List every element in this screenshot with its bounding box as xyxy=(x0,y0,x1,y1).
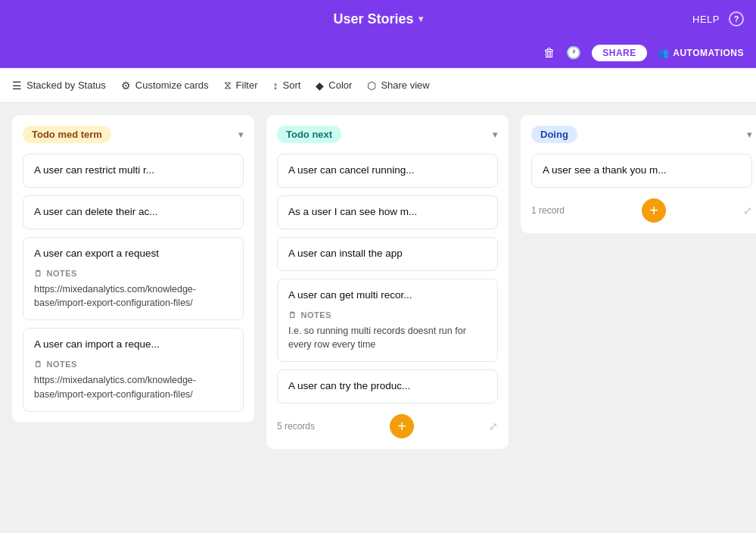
customize-icon: ⚙ xyxy=(121,79,131,92)
automations-label: AUTOMATIONS xyxy=(673,48,744,58)
card-c4[interactable]: A user can import a reque...🗒 NOTEShttps… xyxy=(23,328,244,411)
title-chevron[interactable]: ▾ xyxy=(418,14,423,24)
card-title-c4: A user can import a reque... xyxy=(34,338,232,352)
toolbar-stacked-by-status[interactable]: ☰ Stacked by Status xyxy=(12,79,106,92)
card-title-c10: A user see a thank you m... xyxy=(543,164,741,178)
trash-icon[interactable]: 🗑 xyxy=(543,46,555,60)
toolbar-sort[interactable]: ↕ Sort xyxy=(272,79,300,92)
share-view-icon: ⬡ xyxy=(367,79,376,92)
card-c7[interactable]: A user can install the app xyxy=(277,237,498,271)
toolbar-share-view[interactable]: ⬡ Share view xyxy=(367,79,429,92)
card-title-c2: A user can delete their ac... xyxy=(34,205,232,220)
records-count-todo-next: 5 records xyxy=(277,421,315,432)
notes-icon: 🗒 xyxy=(34,360,43,369)
clock-icon[interactable]: 🕐 xyxy=(566,45,581,60)
share-view-label: Share view xyxy=(381,79,429,91)
add-card-button-todo-next[interactable]: + xyxy=(390,414,414,438)
card-c10[interactable]: A user see a thank you m... xyxy=(531,154,752,188)
automations-icon: 👥 xyxy=(658,48,670,58)
card-notes-text-c8: I.e. so running multi records doesnt run… xyxy=(288,324,487,353)
card-notes-label-c4: 🗒 NOTES xyxy=(34,360,232,369)
title-text: User Stories xyxy=(333,11,413,27)
records-count-doing: 1 record xyxy=(531,205,565,216)
card-title-c5: A user can cancel running... xyxy=(288,164,487,178)
header-right: HELP ? xyxy=(692,11,744,26)
automations-button[interactable]: 👥 AUTOMATIONS xyxy=(658,48,744,58)
expand-icon-todo-next[interactable]: ⤢ xyxy=(489,420,498,432)
color-label: Color xyxy=(328,79,352,91)
filter-label: Filter xyxy=(236,79,258,91)
sort-label: Sort xyxy=(282,79,300,91)
column-header-doing: Doing▾ xyxy=(531,126,752,143)
column-label-todo-next[interactable]: Todo next xyxy=(277,126,341,143)
card-c9[interactable]: A user can try the produc... xyxy=(277,369,498,404)
notes-icon: 🗒 xyxy=(34,269,43,278)
expand-icon-doing[interactable]: ⤢ xyxy=(743,204,752,217)
help-label: HELP xyxy=(692,14,720,25)
card-c8[interactable]: A user can get multi recor...🗒 NOTESI.e.… xyxy=(277,279,498,362)
card-c5[interactable]: A user can cancel running... xyxy=(277,154,498,188)
card-notes-text-c4: https://mixedanalytics.com/knowledge-bas… xyxy=(34,373,232,402)
card-title-c6: As a user I can see how m... xyxy=(288,205,487,220)
toolbar-color[interactable]: ◆ Color xyxy=(316,79,352,92)
share-button[interactable]: SHARE xyxy=(592,45,647,61)
column-header-todo-next: Todo next▾ xyxy=(277,126,498,143)
column-doing: Doing▾A user see a thank you m...1 recor… xyxy=(521,115,756,233)
stacked-icon: ☰ xyxy=(12,79,22,92)
toolbar: ☰ Stacked by Status ⚙ Customize cards ⧖ … xyxy=(0,68,756,103)
card-notes-text-c3: https://mixedanalytics.com/knowledge-bas… xyxy=(34,282,232,311)
column-footer-todo-next: 5 records+⤢ xyxy=(277,414,498,438)
column-label-todo-med-term[interactable]: Todo med term xyxy=(23,126,111,143)
column-chevron-todo-next[interactable]: ▾ xyxy=(493,129,498,140)
card-c2[interactable]: A user can delete their ac... xyxy=(23,195,244,229)
doing-record-row: 1 record+⤢ xyxy=(531,198,752,223)
column-label-doing[interactable]: Doing xyxy=(531,126,577,143)
card-c1[interactable]: A user can restrict multi r... xyxy=(23,154,244,188)
help-icon[interactable]: ? xyxy=(729,11,744,26)
card-notes-label-c8: 🗒 NOTES xyxy=(288,310,487,319)
column-todo-med-term: Todo med term▾A user can restrict multi … xyxy=(12,115,254,422)
card-title-c3: A user can export a request xyxy=(34,247,232,261)
board: Todo med term▾A user can restrict multi … xyxy=(0,103,756,533)
customize-label: Customize cards xyxy=(135,79,209,91)
card-c3[interactable]: A user can export a request🗒 NOTEShttps:… xyxy=(23,237,244,320)
card-title-c7: A user can install the app xyxy=(288,247,487,261)
card-title-c8: A user can get multi recor... xyxy=(288,288,487,303)
column-header-todo-med-term: Todo med term▾ xyxy=(23,126,244,143)
color-icon: ◆ xyxy=(316,79,324,92)
toolbar-filter[interactable]: ⧖ Filter xyxy=(224,79,258,92)
sub-header: 🗑 🕐 SHARE 👥 AUTOMATIONS xyxy=(0,38,756,68)
column-todo-next: Todo next▾A user can cancel running...As… xyxy=(266,115,509,449)
toolbar-customize-cards[interactable]: ⚙ Customize cards xyxy=(121,79,209,92)
filter-icon: ⧖ xyxy=(224,79,232,92)
card-c6[interactable]: As a user I can see how m... xyxy=(277,195,498,229)
sort-icon: ↕ xyxy=(272,79,278,92)
header-title: User Stories ▾ xyxy=(333,11,422,27)
add-card-button-doing[interactable]: + xyxy=(642,198,666,223)
column-chevron-doing[interactable]: ▾ xyxy=(747,129,752,140)
notes-icon: 🗒 xyxy=(288,310,297,319)
card-title-c1: A user can restrict multi r... xyxy=(34,164,232,178)
column-chevron-todo-med-term[interactable]: ▾ xyxy=(238,129,244,140)
header: User Stories ▾ HELP ? xyxy=(0,0,756,38)
card-notes-label-c3: 🗒 NOTES xyxy=(34,269,232,278)
stacked-label: Stacked by Status xyxy=(26,79,106,91)
card-title-c9: A user can try the produc... xyxy=(288,379,487,394)
